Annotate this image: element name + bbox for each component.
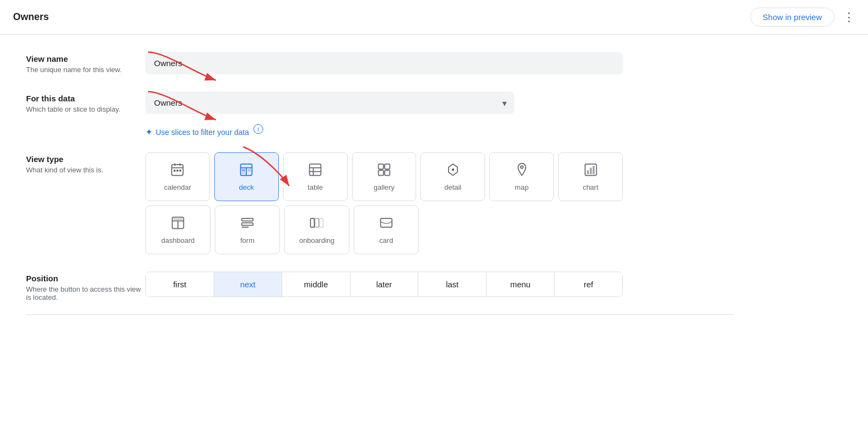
svg-rect-28 <box>587 170 589 174</box>
position-ref[interactable]: ref <box>554 272 622 297</box>
svg-rect-29 <box>590 168 592 175</box>
page-title: Owners <box>13 11 49 23</box>
gallery-label: gallery <box>374 183 394 191</box>
position-control-col: first next middle later last menu ref <box>145 272 623 297</box>
view-type-row-1: calendar <box>145 152 623 201</box>
view-type-chart[interactable]: chart <box>558 152 623 201</box>
detail-label: detail <box>444 183 461 191</box>
svg-point-26 <box>520 166 523 169</box>
position-last[interactable]: last <box>418 272 487 297</box>
view-type-form[interactable]: form <box>215 205 280 254</box>
view-type-control-col: calendar <box>145 152 623 254</box>
position-label: Position <box>26 274 145 283</box>
view-type-gallery[interactable]: gallery <box>352 152 417 201</box>
deck-icon <box>239 162 254 179</box>
page-header: Owners Show in preview ⋮ <box>0 0 868 35</box>
form-icon <box>240 215 255 232</box>
chart-icon <box>583 162 598 179</box>
data-select-wrapper: Owners <box>145 92 514 114</box>
position-description: Where the button to access this view is … <box>26 285 145 301</box>
svg-rect-35 <box>242 218 253 221</box>
svg-rect-20 <box>379 164 384 169</box>
slices-link[interactable]: ✦ Use slices to filter your data <box>145 127 249 137</box>
svg-rect-23 <box>385 170 390 175</box>
svg-rect-22 <box>379 170 384 175</box>
svg-rect-38 <box>310 218 314 227</box>
card-icon <box>379 215 394 232</box>
for-this-data-control-col: Owners <box>145 92 623 114</box>
calendar-label: calendar <box>164 183 191 191</box>
view-name-label: View name <box>26 54 145 63</box>
svg-point-25 <box>452 169 455 171</box>
gallery-icon <box>376 162 392 179</box>
dashboard-label: dashboard <box>161 236 194 244</box>
position-first[interactable]: first <box>146 272 214 297</box>
svg-rect-9 <box>180 170 182 172</box>
svg-rect-16 <box>310 164 321 176</box>
detail-icon <box>445 162 461 179</box>
view-type-table[interactable]: table <box>283 152 348 201</box>
table-icon <box>308 162 323 179</box>
view-type-grid: calendar <box>145 152 623 254</box>
header-actions: Show in preview ⋮ <box>750 8 855 27</box>
position-menu[interactable]: menu <box>487 272 555 297</box>
view-type-onboarding[interactable]: onboarding <box>284 205 349 254</box>
calendar-icon <box>170 162 185 179</box>
bottom-divider <box>26 314 733 315</box>
table-label: table <box>308 183 323 191</box>
for-this-data-description: Which table or slice to display. <box>26 105 145 113</box>
view-name-input[interactable] <box>145 52 623 74</box>
position-middle[interactable]: middle <box>282 272 350 297</box>
slices-link-text: Use slices to filter your data <box>156 128 249 137</box>
svg-rect-8 <box>177 170 179 172</box>
chart-label: chart <box>583 183 598 191</box>
position-label-col: Position Where the button to access this… <box>26 272 145 301</box>
view-name-row: View name The unique name for this view. <box>26 52 733 74</box>
for-this-data-row: For this data Which table or slice to di… <box>26 92 733 114</box>
deck-label: deck <box>239 183 254 191</box>
show-in-preview-button[interactable]: Show in preview <box>750 8 834 27</box>
view-type-label: View type <box>26 154 145 164</box>
map-icon <box>514 162 529 179</box>
map-label: map <box>515 183 528 191</box>
dashboard-icon <box>170 215 186 232</box>
view-type-row-2: dashboard form <box>145 205 623 254</box>
svg-rect-30 <box>592 166 595 174</box>
view-type-detail[interactable]: detail <box>420 152 485 201</box>
slices-link-row: ✦ Use slices to filter your data i <box>145 120 733 137</box>
view-type-dashboard[interactable]: dashboard <box>145 205 210 254</box>
view-type-row: View type What kind of view this is. <box>26 152 733 254</box>
for-this-data-label-col: For this data Which table or slice to di… <box>26 92 145 113</box>
data-select[interactable]: Owners <box>145 92 514 114</box>
svg-rect-15 <box>248 169 251 172</box>
position-options: first next middle later last menu ref <box>145 272 623 297</box>
position-next[interactable]: next <box>214 272 283 297</box>
form-label: form <box>240 236 254 244</box>
view-type-description: What kind of view this is. <box>26 166 145 174</box>
svg-rect-34 <box>174 218 182 220</box>
view-type-card[interactable]: card <box>354 205 419 254</box>
svg-rect-13 <box>242 169 245 172</box>
view-type-calendar[interactable]: calendar <box>145 152 210 201</box>
for-this-data-label: For this data <box>26 94 145 103</box>
view-type-deck[interactable]: deck <box>214 152 279 201</box>
svg-rect-40 <box>320 218 323 227</box>
position-row: Position Where the button to access this… <box>26 272 733 301</box>
more-options-icon[interactable]: ⋮ <box>843 10 855 24</box>
view-type-label-col: View type What kind of view this is. <box>26 152 145 174</box>
svg-rect-36 <box>242 223 253 226</box>
main-content: View name The unique name for this view.… <box>0 35 760 332</box>
svg-rect-39 <box>315 218 319 227</box>
onboarding-label: onboarding <box>299 236 334 244</box>
onboarding-icon <box>309 215 324 232</box>
svg-rect-7 <box>174 170 176 172</box>
card-label: card <box>379 236 393 244</box>
svg-rect-14 <box>242 172 245 173</box>
view-type-map[interactable]: map <box>489 152 554 201</box>
view-name-label-col: View name The unique name for this view. <box>26 52 145 74</box>
info-icon[interactable]: i <box>253 124 263 134</box>
position-later[interactable]: later <box>350 272 419 297</box>
svg-rect-21 <box>385 164 390 169</box>
sparkle-icon: ✦ <box>145 127 152 137</box>
view-name-control-col <box>145 52 623 74</box>
